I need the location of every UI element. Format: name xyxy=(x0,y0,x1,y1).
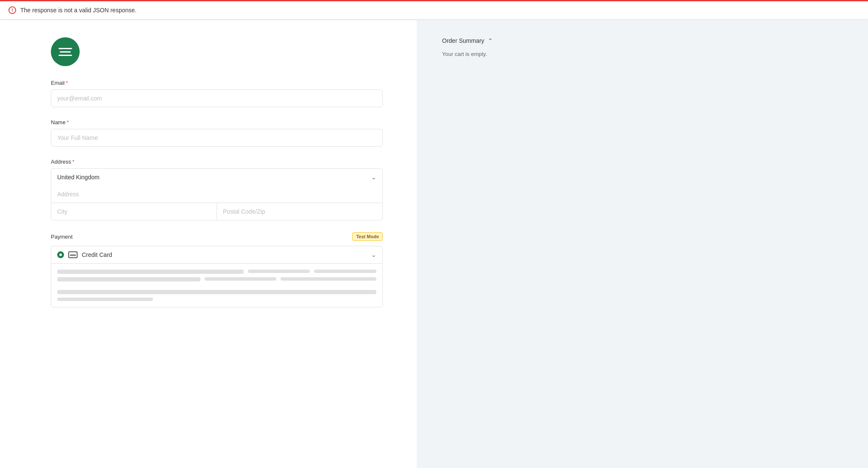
credit-card-left: Credit Card xyxy=(57,251,112,258)
error-message: The response is not a valid JSON respons… xyxy=(20,7,136,14)
skeleton-full-1 xyxy=(57,290,376,294)
logo-circle xyxy=(51,37,80,66)
skeleton-partial xyxy=(57,298,153,301)
country-value: United Kingdom xyxy=(57,174,100,181)
left-panel: Email * Name * Address * United Kingdom … xyxy=(0,20,417,468)
main-layout: Email * Name * Address * United Kingdom … xyxy=(0,0,868,468)
error-icon: ! xyxy=(8,6,16,14)
error-banner: ! The response is not a valid JSON respo… xyxy=(0,0,868,19)
name-label: Name * xyxy=(51,119,383,125)
address-section: Address * United Kingdom ⌄ xyxy=(51,159,383,220)
skeleton-row-2 xyxy=(57,277,376,281)
address-required: * xyxy=(72,159,75,165)
skeleton-extra1 xyxy=(205,277,276,281)
radio-dot xyxy=(59,254,62,256)
address-label: Address * xyxy=(51,159,383,165)
payment-section: Payment Test Mode Credit Card ⌄ xyxy=(51,232,383,307)
email-input[interactable] xyxy=(51,89,383,107)
skeleton-expiry xyxy=(248,270,310,273)
email-required: * xyxy=(66,80,68,86)
name-input[interactable] xyxy=(51,129,383,147)
address-line-input[interactable] xyxy=(51,186,383,203)
skeleton-name xyxy=(57,277,200,281)
payment-label: Payment xyxy=(51,234,72,240)
logo-container xyxy=(51,37,383,66)
skeleton-cvv xyxy=(314,270,376,273)
credit-card-chevron-icon: ⌄ xyxy=(371,251,376,258)
credit-card-label: Credit Card xyxy=(82,251,112,258)
name-required: * xyxy=(67,120,69,125)
name-section: Name * xyxy=(51,119,383,147)
logo-line-1 xyxy=(58,48,72,49)
test-mode-badge: Test Mode xyxy=(352,232,383,241)
city-zip-row xyxy=(51,203,383,220)
skeleton-card-number xyxy=(57,270,244,274)
payment-card: Credit Card ⌄ xyxy=(51,246,383,307)
country-chevron-icon: ⌄ xyxy=(371,174,376,181)
logo-line-3 xyxy=(58,55,72,56)
email-label: Email * xyxy=(51,80,383,86)
skeleton-row-1 xyxy=(57,270,376,274)
card-fields-skeleton xyxy=(51,263,382,307)
country-dropdown[interactable]: United Kingdom ⌄ xyxy=(51,168,383,186)
logo-line-2 xyxy=(60,51,71,53)
credit-card-row[interactable]: Credit Card ⌄ xyxy=(51,246,382,263)
email-section: Email * xyxy=(51,80,383,107)
credit-card-icon xyxy=(68,251,78,258)
skeleton-extra2 xyxy=(281,277,376,281)
logo-lines xyxy=(58,48,72,56)
order-summary-chevron-icon: ⌃ xyxy=(488,37,493,44)
payment-header: Payment Test Mode xyxy=(51,232,383,241)
cart-empty-text: Your cart is empty. xyxy=(442,51,843,57)
credit-card-radio[interactable] xyxy=(57,251,64,258)
zip-input[interactable] xyxy=(217,203,382,220)
order-summary-header[interactable]: Order Summary ⌃ xyxy=(442,37,843,44)
city-input[interactable] xyxy=(51,203,217,220)
order-summary-label: Order Summary xyxy=(442,37,484,44)
right-panel: Order Summary ⌃ Your cart is empty. xyxy=(417,20,868,468)
